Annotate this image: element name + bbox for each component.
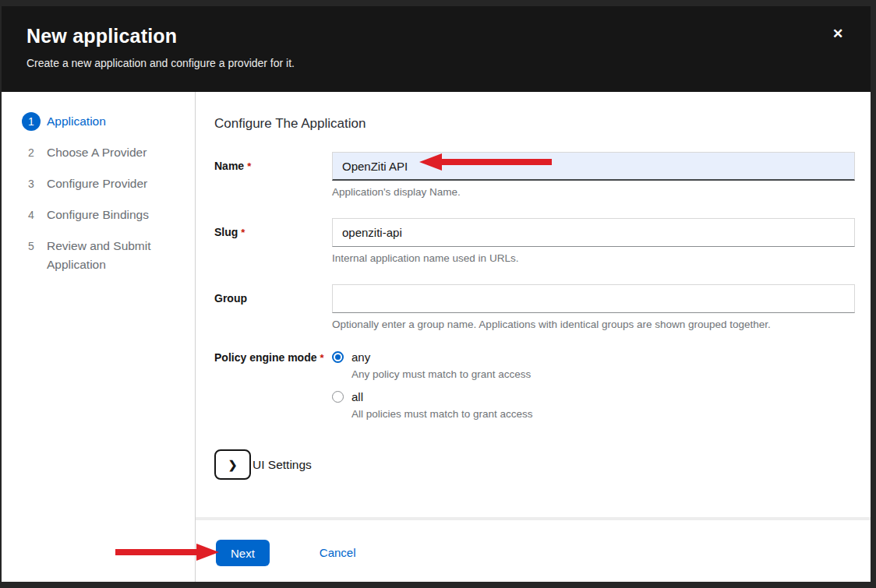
form-heading: Configure The Application	[214, 116, 855, 132]
wizard-step-application[interactable]: 1 Application	[22, 112, 195, 131]
wizard-steps-sidebar: 1 Application 2 Choose A Provider 3 Conf…	[2, 92, 196, 582]
group-field-row: Group Optionally enter a group name. App…	[214, 284, 855, 330]
step-number: 3	[22, 174, 41, 193]
name-field-row: Name* Application's display Name.	[214, 152, 855, 198]
wizard-step-configure-provider[interactable]: 3 Configure Provider	[22, 174, 195, 193]
radio-selected-icon[interactable]	[332, 351, 344, 363]
required-asterisk: *	[241, 227, 245, 238]
step-number: 5	[22, 237, 41, 255]
wizard-main-panel: Configure The Application Name* Applicat…	[196, 92, 871, 582]
policy-mode-any-helper: Any policy must match to grant access	[351, 368, 855, 380]
policy-mode-any-option[interactable]: any	[332, 350, 855, 364]
modal-title: New application	[26, 25, 849, 48]
wizard-step-review-submit[interactable]: 5 Review and Submit Application	[22, 237, 195, 274]
name-helper-text: Application's display Name.	[332, 186, 855, 198]
slug-helper-text: Internal application name used in URLs.	[332, 252, 855, 264]
ui-settings-section: ❯ UI Settings	[214, 449, 855, 480]
close-button[interactable]: ✕	[828, 25, 847, 44]
slug-label: Slug*	[214, 218, 332, 264]
modal-subtitle: Create a new application and configure a…	[26, 57, 849, 69]
policy-engine-mode-row: Policy engine mode* any Any policy must …	[214, 350, 855, 420]
page-background: New application Create a new application…	[0, 0, 876, 588]
required-asterisk: *	[247, 160, 251, 172]
policy-mode-all-helper: All policies must match to grant access	[351, 408, 855, 420]
ui-settings-label: UI Settings	[253, 458, 312, 472]
group-helper-text: Optionally enter a group name. Applicati…	[332, 319, 855, 330]
policy-engine-mode-label: Policy engine mode*	[214, 350, 332, 420]
radio-unselected-icon[interactable]	[332, 391, 344, 403]
step-number: 2	[22, 143, 41, 162]
modal-footer: Next Cancel	[196, 520, 871, 582]
group-label: Group	[214, 284, 332, 330]
name-input[interactable]	[332, 152, 855, 181]
step-number: 4	[22, 206, 41, 224]
radio-label: any	[351, 350, 370, 364]
chevron-right-icon: ❯	[228, 459, 238, 471]
radio-label: all	[351, 390, 363, 403]
group-input[interactable]	[332, 284, 855, 313]
modal-header: New application Create a new application…	[2, 6, 871, 92]
step-label: Choose A Provider	[47, 143, 147, 162]
application-form: Configure The Application Name* Applicat…	[196, 92, 871, 517]
slug-input[interactable]	[332, 218, 855, 247]
new-application-modal: New application Create a new application…	[2, 6, 871, 582]
step-number: 1	[22, 112, 41, 131]
ui-settings-expand-button[interactable]: ❯	[214, 449, 251, 480]
next-button[interactable]: Next	[216, 540, 270, 566]
step-label: Configure Provider	[47, 174, 147, 193]
cancel-link[interactable]: Cancel	[320, 540, 356, 566]
step-label: Review and Submit Application	[47, 237, 170, 274]
close-icon: ✕	[832, 26, 843, 41]
policy-mode-all-option[interactable]: all	[332, 390, 855, 403]
required-asterisk: *	[320, 352, 323, 364]
wizard-step-choose-provider[interactable]: 2 Choose A Provider	[22, 143, 195, 162]
slug-field-row: Slug* Internal application name used in …	[214, 218, 855, 264]
wizard-step-list: 1 Application 2 Choose A Provider 3 Conf…	[22, 112, 195, 274]
step-label: Configure Bindings	[47, 206, 149, 224]
name-label: Name*	[214, 152, 332, 198]
modal-body: 1 Application 2 Choose A Provider 3 Conf…	[2, 92, 871, 582]
step-label: Application	[47, 112, 106, 131]
wizard-step-configure-bindings[interactable]: 4 Configure Bindings	[22, 206, 195, 224]
